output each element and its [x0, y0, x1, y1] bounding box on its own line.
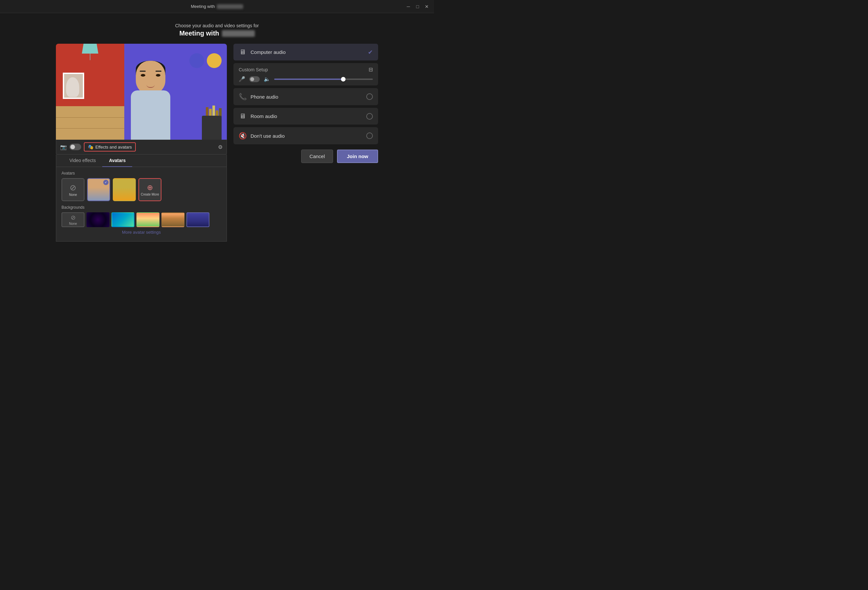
create-more-icon: ⊕: [147, 183, 153, 192]
avatar-none[interactable]: ⊘ None: [62, 178, 84, 201]
computer-audio-icon: 🖥: [239, 48, 247, 56]
tab-video-effects[interactable]: Video effects: [63, 155, 102, 167]
backgrounds-grid: ⊘ None: [62, 212, 221, 227]
phone-audio-icon: 📞: [239, 93, 247, 100]
video-preview: [56, 44, 227, 140]
titlebar-title: Meeting with: [191, 4, 243, 9]
cancel-button[interactable]: Cancel: [301, 150, 333, 163]
avatar-body: [128, 61, 174, 140]
avatar-torso: [131, 90, 170, 140]
computer-audio-label: Computer audio: [251, 49, 364, 55]
avatar-selected-badge: ✓: [103, 180, 108, 185]
avatar-none-label: None: [69, 193, 77, 196]
avatar-option-2[interactable]: [113, 178, 136, 201]
more-avatar-settings-link[interactable]: More avatar settings: [62, 227, 221, 237]
avatar-create-more[interactable]: ⊕ Create More: [139, 178, 161, 201]
volume-slider[interactable]: [274, 78, 373, 80]
camera-toggle[interactable]: [69, 144, 81, 150]
no-audio-radio: [366, 133, 373, 139]
bg-no-symbol-icon: ⊘: [71, 214, 75, 221]
custom-setup-panel: Custom Setup ⊟ 🎤 🔈: [233, 63, 378, 86]
custom-setup-label: Custom Setup: [239, 67, 268, 72]
volume-slider-thumb: [341, 77, 345, 81]
restore-button[interactable]: □: [414, 3, 421, 10]
video-settings-button[interactable]: ⚙: [218, 144, 223, 150]
close-button[interactable]: ✕: [424, 3, 430, 10]
subtitle-text: Choose your audio and video settings for: [175, 23, 259, 28]
content-row: 📷 🎭 Effects and avatars ⚙ Video effects …: [56, 44, 378, 242]
avatar-left-eyebrow: [140, 71, 146, 72]
effects-and-avatars-button[interactable]: 🎭 Effects and avatars: [84, 142, 136, 152]
titlebar: Meeting with ─ □ ✕: [0, 0, 434, 13]
create-more-label: Create More: [141, 193, 159, 196]
audio-controls-row: 🎤 🔈: [239, 76, 373, 82]
room-audio-radio: [366, 113, 373, 119]
bg-none-label: None: [69, 222, 77, 226]
right-panel: 🖥 Computer audio ✔ Custom Setup ⊟ 🎤 🔈: [233, 44, 378, 163]
tabs-content: Avatars ⊘ None ✓: [56, 167, 227, 241]
avatar-right-eyebrow: [155, 71, 161, 72]
title-blurred-name: [217, 4, 243, 9]
room-audio-label: Room audio: [251, 114, 362, 119]
room-audio-option[interactable]: 🖥 Room audio: [233, 108, 378, 125]
mic-muted-icon: 🎤: [239, 76, 245, 82]
bg-wave[interactable]: [111, 212, 134, 227]
tabs-row: Video effects Avatars: [56, 155, 227, 167]
volume-slider-fill: [274, 78, 343, 80]
mic-toggle[interactable]: [249, 76, 260, 82]
filter-icon[interactable]: ⊟: [369, 66, 373, 73]
phone-audio-option[interactable]: 📞 Phone audio: [233, 88, 378, 105]
tabs-panel: Video effects Avatars Avatars ⊘ None: [56, 155, 227, 242]
bg-room[interactable]: [161, 212, 185, 227]
action-buttons: Cancel Join now: [233, 150, 378, 163]
phone-audio-radio: [366, 93, 373, 100]
computer-audio-option[interactable]: 🖥 Computer audio ✔: [233, 44, 378, 60]
avatar-right-eye: [156, 74, 161, 77]
avatars-section-label: Avatars: [62, 171, 221, 176]
room-audio-icon: 🖥: [239, 112, 247, 120]
minimize-button[interactable]: ─: [405, 3, 412, 10]
bg-purple-room[interactable]: [186, 212, 210, 227]
meeting-title: Meeting with: [179, 30, 254, 37]
computer-audio-check-icon: ✔: [368, 49, 373, 56]
avatar-head: [136, 61, 165, 94]
avatar-grid: ⊘ None ✓ ⊕ Create More: [62, 178, 221, 201]
main-area: Choose your audio and video settings for…: [0, 13, 434, 295]
phone-audio-label: Phone audio: [251, 94, 362, 100]
camera-off-icon: 📷: [60, 144, 67, 150]
avatar-character: [56, 44, 227, 140]
avatar-mouth: [147, 84, 155, 88]
tab-avatars[interactable]: Avatars: [102, 155, 132, 167]
avatar-option-1[interactable]: ✓: [87, 178, 110, 201]
no-audio-option[interactable]: 🔇 Don't use audio: [233, 127, 378, 144]
bg-none[interactable]: ⊘ None: [62, 212, 84, 227]
custom-setup-header: Custom Setup ⊟: [239, 66, 373, 73]
effects-icon: 🎭: [88, 144, 93, 150]
title-text: Meeting with: [191, 4, 215, 9]
meeting-name-blurred: [222, 30, 255, 37]
bg-galaxy[interactable]: [87, 212, 109, 227]
backgrounds-section-label: Backgrounds: [62, 205, 221, 210]
avatar-left-eye: [141, 74, 145, 77]
no-audio-label: Don't use audio: [251, 133, 362, 139]
join-now-button[interactable]: Join now: [337, 150, 378, 163]
titlebar-controls: ─ □ ✕: [405, 3, 430, 10]
no-audio-icon: 🔇: [239, 132, 247, 140]
video-background: [56, 44, 227, 140]
no-symbol-icon: ⊘: [70, 183, 76, 192]
left-panel: 📷 🎭 Effects and avatars ⚙ Video effects …: [56, 44, 227, 242]
bg-garden[interactable]: [136, 212, 159, 227]
video-controls-bar: 📷 🎭 Effects and avatars ⚙: [56, 140, 227, 155]
speaker-icon: 🔈: [264, 76, 270, 82]
